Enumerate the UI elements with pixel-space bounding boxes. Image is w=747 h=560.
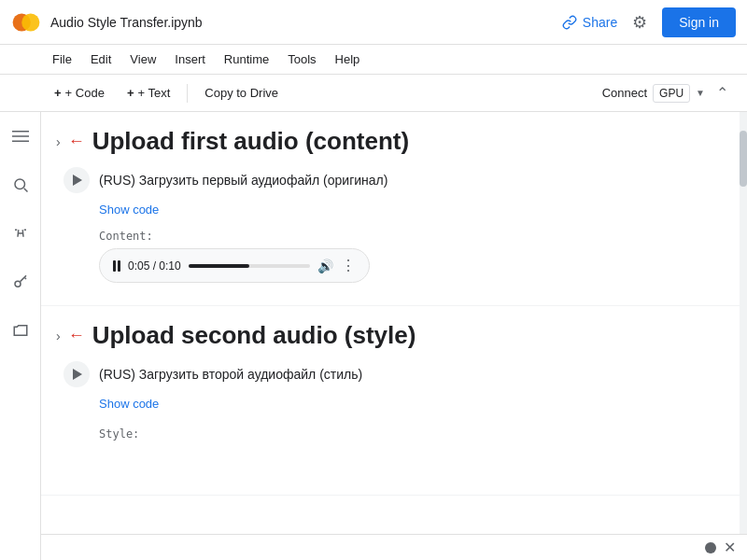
cell2-description: (RUS) Загрузить второй аудиофайл (стиль): [99, 367, 362, 382]
settings-icon[interactable]: ⚙: [632, 12, 647, 33]
scrollbar-thumb[interactable]: [740, 131, 747, 187]
cell1-header: (RUS) Загрузить первый аудиофайл (оригин…: [63, 167, 717, 193]
chevron-down-icon[interactable]: ▼: [696, 88, 705, 98]
more-options-icon-1[interactable]: ⋮: [341, 257, 356, 274]
add-text-button[interactable]: + + Text: [118, 81, 179, 105]
gpu-badge: GPU: [653, 84, 690, 103]
sidebar-variable-icon[interactable]: [4, 217, 37, 250]
play-icon-2: [73, 369, 82, 380]
share-label: Share: [583, 15, 617, 30]
svg-rect-3: [12, 135, 29, 137]
section2-title: Upload second audio (style): [92, 321, 416, 350]
cell1-description: (RUS) Загрузить первый аудиофайл (оригин…: [99, 173, 388, 188]
svg-point-7: [15, 281, 21, 287]
audio-label-1: Content:: [99, 230, 717, 243]
style-label: Style:: [99, 427, 717, 441]
svg-point-1: [21, 13, 39, 31]
add-code-button[interactable]: + + Code: [45, 81, 114, 105]
pause-bar-right: [118, 260, 120, 272]
menu-file[interactable]: File: [45, 49, 79, 70]
section-upload-first: › ← Upload first audio (content) (RUS) З…: [41, 112, 740, 306]
svg-point-5: [15, 179, 25, 189]
scrollbar[interactable]: [740, 112, 747, 560]
cell2: (RUS) Загрузить второй аудиофайл (стиль)…: [63, 361, 717, 441]
section2-arrow-icon: ←: [68, 326, 85, 345]
audio-player-1: 0:05 / 0:10 🔊 ⋮: [99, 248, 370, 283]
cell1: (RUS) Загрузить первый аудиофайл (оригин…: [63, 167, 717, 283]
content-area: › ← Upload first audio (content) (RUS) З…: [41, 112, 740, 560]
plus-code-icon: +: [54, 86, 62, 100]
toolbar: + + Code + + Text Copy to Drive Connect …: [0, 75, 747, 112]
section2-header: › ← Upload second audio (style): [56, 321, 717, 350]
share-button[interactable]: Share: [562, 15, 617, 30]
audio-container-1: Content: 0:05 / 0:10 🔊 ⋮: [99, 230, 717, 283]
section1-arrow-icon: ←: [68, 132, 85, 151]
menu-tools[interactable]: Tools: [280, 49, 323, 70]
svg-rect-2: [12, 131, 29, 133]
run-button-1[interactable]: [63, 167, 90, 193]
progress-fill-1: [189, 264, 249, 268]
status-dot: [705, 542, 716, 553]
topbar: Audio Style Transfer.ipynb Share ⚙ Sign …: [0, 0, 747, 45]
volume-icon-1[interactable]: 🔊: [317, 259, 333, 273]
menubar: File Edit View Insert Runtime Tools Help: [0, 45, 747, 75]
sidebar-menu-icon[interactable]: [4, 119, 37, 153]
section1-header: › ← Upload first audio (content): [56, 127, 717, 156]
collapse-button[interactable]: ⌃: [709, 80, 736, 105]
svg-rect-4: [12, 141, 29, 143]
section1-title: Upload first audio (content): [92, 127, 409, 156]
menu-view[interactable]: View: [122, 49, 163, 70]
section-upload-second: › ← Upload second audio (style) (RUS) За…: [41, 306, 740, 496]
close-button[interactable]: ✕: [724, 539, 736, 556]
link-icon: [562, 15, 577, 30]
sidebar-search-icon[interactable]: [4, 168, 37, 202]
pause-bar-left: [113, 260, 116, 272]
menu-runtime[interactable]: Runtime: [217, 49, 276, 70]
svg-line-6: [23, 189, 27, 192]
cell2-header: (RUS) Загрузить второй аудиофайл (стиль): [63, 361, 717, 387]
toolbar-separator: [187, 84, 188, 103]
section1-chevron[interactable]: ›: [56, 134, 61, 149]
show-code-link-1[interactable]: Show code: [99, 203, 159, 217]
status-bar: ✕: [41, 534, 747, 560]
plus-text-icon: +: [127, 86, 134, 100]
sidebar-folder-icon[interactable]: [4, 314, 37, 347]
main-layout: › ← Upload first audio (content) (RUS) З…: [0, 112, 747, 560]
audio-time-1: 0:05 / 0:10: [128, 259, 181, 273]
menu-help[interactable]: Help: [328, 49, 368, 70]
notebook-title: Audio Style Transfer.ipynb: [50, 15, 203, 30]
run-button-2[interactable]: [63, 361, 90, 387]
menu-edit[interactable]: Edit: [83, 49, 119, 70]
show-code-link-2[interactable]: Show code: [99, 397, 159, 411]
sidebar: [0, 112, 41, 560]
menu-insert[interactable]: Insert: [167, 49, 213, 70]
svg-line-9: [24, 278, 26, 280]
sidebar-key-icon[interactable]: [4, 265, 37, 299]
section2-chevron[interactable]: ›: [56, 329, 61, 343]
progress-track-1[interactable]: [189, 264, 310, 268]
colab-logo: [11, 7, 41, 37]
connect-area: Connect GPU ▼: [602, 84, 705, 103]
play-icon: [73, 175, 82, 186]
copy-to-drive-button[interactable]: Copy to Drive: [195, 81, 288, 105]
connect-label: Connect: [602, 86, 647, 100]
signin-button[interactable]: Sign in: [662, 7, 736, 37]
pause-button-1[interactable]: [113, 260, 120, 272]
